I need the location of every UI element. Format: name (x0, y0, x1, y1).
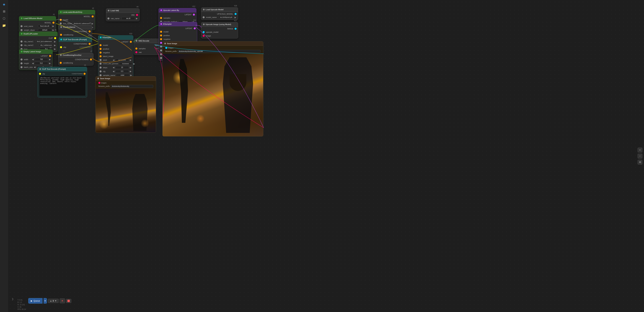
clip-type-right[interactable]: ▶ (54, 48, 56, 50)
node-id-17: #17 (234, 20, 237, 21)
node-id-10: #10 (129, 33, 132, 35)
node-save-image-large[interactable]: #15 Save Image images filename_prefix do… (162, 41, 263, 136)
node-id-18: #18 (234, 5, 237, 7)
node-title-13: CLIP Text Encode (Prompt) (63, 38, 87, 40)
unet-name-value: flux1-dev.sft (38, 25, 52, 27)
upscale-model-name: 4xLSDIRplusN.pth (219, 16, 234, 19)
queue-dropdown-button[interactable]: ▾ (44, 298, 47, 304)
node-title-6: VAE Decode (138, 40, 149, 42)
node-id-2: #2 (92, 7, 94, 9)
dostoevsky-small-image (96, 89, 156, 133)
width-left[interactable]: ◀ (32, 58, 34, 61)
workflow-icon[interactable]: ⊞ (1, 8, 7, 14)
node-title-10: KSampler (102, 36, 111, 38)
prompt-textarea[interactable]: d0st0evsk1 portrait with axe in old Sain… (39, 76, 86, 96)
queue-count-value: 8 (53, 300, 54, 302)
node-id-12: #12 (192, 5, 195, 7)
batch-left[interactable]: ◀ (34, 66, 36, 68)
lora-name-right[interactable]: ▶ (91, 22, 94, 25)
prompt-node-title: CLIP Text Encode (Prompt) (42, 68, 66, 70)
node-title-14: KSampler (163, 23, 172, 25)
box-icon[interactable]: ⬡ (1, 15, 7, 21)
node-title-2: LoraLoaderModelOnly (63, 11, 82, 13)
logo-icon[interactable]: ◈ (1, 1, 7, 7)
cfg-value: 0.5 (115, 70, 129, 73)
node-id-4: #4 (136, 6, 138, 8)
clip2-right[interactable]: ▶ (54, 44, 56, 46)
right-toolbar: + − ⊕ (638, 148, 642, 164)
node-upscale-image-model[interactable]: #17 Upscale Image (using Model) IMAGE up… (201, 22, 238, 38)
node-conditioning-zero-out[interactable]: #7 ConditioningZeroOut CONDITIONING cond… (58, 53, 94, 65)
node-clip-encode-prompt[interactable]: #3 CLIP Text Encode (Prompt) clip CONDIT… (38, 67, 87, 97)
save-image-title-large: Save Image (167, 42, 177, 44)
node-dual-clip-loader[interactable]: #5 DualCLIPLoader CLIP clip_name1 t5xxl_… (19, 31, 58, 52)
zoom-in-button[interactable]: + (638, 148, 642, 152)
clip2-value: clip_l.safetensors (39, 44, 53, 46)
vae-name-value: ae.sft (122, 17, 135, 20)
filename-prefix-small: dostoevsky/dostoevsky (111, 85, 153, 88)
width-right[interactable]: ▶ (49, 58, 51, 61)
stat-t: T: 0.0s (18, 299, 26, 301)
sidebar: ◈ ⊞ ⬡ 📁 (0, 0, 8, 312)
dostoevsky-large-image (162, 54, 263, 136)
queue-clear-button[interactable]: ✕ (60, 299, 65, 303)
seed-value: 111111632 (115, 59, 129, 61)
lora-model-val (80, 19, 94, 20)
zoom-out-button[interactable]: − (638, 154, 642, 158)
node-title-5: DualCLIPLoader (24, 33, 38, 35)
queue-count-display: ▲ 8 ▼ (48, 299, 59, 303)
weight-dtype-value: default (38, 28, 52, 31)
bottom-toolbar: ▶ Queue ▾ ▲ 8 ▼ ✕ (28, 298, 71, 304)
node-title-12: Upscale Latent By (163, 9, 179, 11)
queue-stop-button[interactable] (66, 299, 71, 303)
stat-n: N: 15 [10] (18, 304, 26, 306)
height-right[interactable]: ▶ (49, 62, 51, 64)
node-title-9: Empty Latent Image (24, 50, 41, 53)
control-after-value: increment (119, 62, 132, 65)
node-title-18: Load Upscale Model (206, 8, 224, 10)
node-title-7: ConditioningZeroOut (63, 54, 82, 56)
vae-name-right[interactable]: ▶ (136, 17, 138, 20)
node-id-8: #8 (89, 22, 91, 24)
node-title-8: FluxGuidance (63, 26, 75, 28)
node-load-vae[interactable]: #4 Load VAE VAE vae_name ae.sft ▶ (106, 8, 140, 21)
node-title-17: Upscale Image (using Model) (206, 23, 231, 25)
width-value: 768 (35, 58, 48, 61)
node-id-14: #14 (193, 19, 196, 21)
save-image-title-small: Save Image (100, 77, 110, 79)
node-title-4: Load VAE (110, 9, 119, 11)
node-id-5: #5 (55, 29, 56, 31)
clip1-right[interactable]: ▶ (54, 40, 56, 43)
node-id-9: #9 (50, 47, 52, 49)
node-id-1: #1 (53, 13, 55, 15)
fit-view-button[interactable]: ⊕ (638, 160, 642, 164)
height-value: 512 (35, 62, 48, 65)
canvas[interactable]: #1 Load Diffusion Model MODEL unet_name … (8, 0, 644, 312)
stat-b: B: 1.0 (18, 301, 26, 304)
node-id-3: #3 (84, 64, 86, 66)
unet-name-right-btn[interactable]: ▶ (52, 25, 54, 27)
node-id-13: #13 (88, 35, 91, 37)
node-load-diffusion-model[interactable]: #1 Load Diffusion Model MODEL unet_name … (19, 16, 56, 33)
queue-label: Queue (34, 300, 40, 302)
node-id-7: #7 (90, 50, 92, 52)
stat-v: V: 36 (18, 306, 26, 308)
node-load-upscale-model[interactable]: #18 Load Upscale Model UPSCALE_MODEL mod… (201, 7, 238, 20)
weight-dtype-right-btn[interactable]: ▶ (52, 29, 54, 31)
model-output-label: MODEL (44, 22, 51, 24)
stat-fps: FPS: 60.24 (18, 308, 26, 311)
queue-count-down[interactable]: ▼ (54, 300, 57, 302)
theme-toggle-button[interactable]: ☽ (10, 297, 15, 302)
height-left[interactable]: ◀ (32, 62, 34, 64)
node-save-image-small[interactable]: #11 Save Image images filename_prefix do… (96, 76, 156, 133)
queue-play-button[interactable]: ▶ Queue (28, 298, 42, 304)
queue-count-up[interactable]: ▲ (50, 300, 52, 302)
steps-value: 20 (115, 66, 129, 69)
node-clip-encode-top[interactable]: #13 CLIP Text Encode (Prompt) CONDITIONI… (58, 37, 92, 54)
folder-icon[interactable]: 📁 (1, 22, 7, 28)
clip1-value: t5xxl_fp16.safetensors (36, 40, 53, 43)
prompt-node-header: CLIP Text Encode (Prompt) (38, 67, 87, 71)
lora-name-value: d0st0evsk1.safetensors (72, 22, 91, 25)
stats-panel: T: 0.0s B: 1.0 N: 15 [10] V: 36 FPS: 60.… (18, 299, 26, 311)
filename-prefix-large: dostoevsky/dostoevsky_upscale (178, 50, 260, 53)
